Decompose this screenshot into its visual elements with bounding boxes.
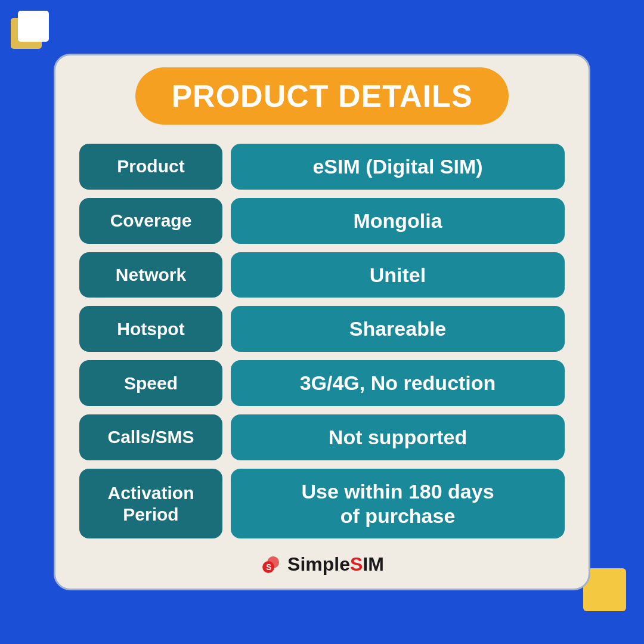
value-text-2: Unitel — [370, 263, 426, 287]
brand-name: SimpleSIM — [287, 553, 384, 575]
table-row: NetworkUnitel — [79, 252, 565, 298]
value-cell-2: Unitel — [231, 252, 565, 298]
product-details-card: PRODUCT DETAILS ProducteSIM (Digital SIM… — [54, 54, 590, 590]
value-cell-4: 3G/4G, No reduction — [231, 360, 565, 406]
brand-logo: S SimpleSIM — [260, 553, 384, 575]
label-cell-2: Network — [79, 252, 222, 298]
value-text-5: Not supported — [329, 425, 467, 450]
label-text-3: Hotspot — [117, 318, 184, 340]
table-row: Activation PeriodUse within 180 days of … — [79, 469, 565, 539]
value-text-1: Mongolia — [353, 209, 442, 233]
table-row: Speed3G/4G, No reduction — [79, 360, 565, 406]
table-row: ProducteSIM (Digital SIM) — [79, 144, 565, 190]
label-text-1: Coverage — [110, 210, 192, 231]
page-title: PRODUCT DETAILS — [171, 78, 472, 114]
table-row: CoverageMongolia — [79, 198, 565, 244]
value-cell-1: Mongolia — [231, 198, 565, 244]
value-cell-3: Shareable — [231, 306, 565, 352]
value-cell-6: Use within 180 days of purchase — [231, 469, 565, 539]
value-cell-5: Not supported — [231, 414, 565, 460]
label-cell-1: Coverage — [79, 198, 222, 244]
label-cell-6: Activation Period — [79, 469, 222, 539]
title-badge: PRODUCT DETAILS — [135, 67, 508, 125]
footer: S SimpleSIM — [260, 553, 384, 575]
label-cell-5: Calls/SMS — [79, 414, 222, 460]
value-text-3: Shareable — [349, 317, 447, 341]
value-text-0: eSIM (Digital SIM) — [312, 154, 482, 179]
value-text-6: Use within 180 days of purchase — [301, 479, 494, 528]
label-text-5: Calls/SMS — [107, 426, 194, 448]
label-text-4: Speed — [124, 373, 178, 394]
details-table: ProducteSIM (Digital SIM)CoverageMongoli… — [79, 144, 565, 538]
table-row: Calls/SMSNot supported — [79, 414, 565, 460]
label-text-6: Activation Period — [107, 482, 194, 525]
simplesim-logo-icon: S — [260, 554, 281, 575]
label-cell-4: Speed — [79, 360, 222, 406]
label-cell-3: Hotspot — [79, 306, 222, 352]
corner-decoration-top-left — [11, 11, 54, 54]
table-row: HotspotShareable — [79, 306, 565, 352]
svg-text:S: S — [266, 562, 271, 572]
label-text-2: Network — [116, 264, 186, 286]
value-cell-0: eSIM (Digital SIM) — [231, 144, 565, 190]
value-text-4: 3G/4G, No reduction — [300, 371, 496, 395]
label-cell-0: Product — [79, 144, 222, 190]
label-text-0: Product — [117, 156, 184, 177]
